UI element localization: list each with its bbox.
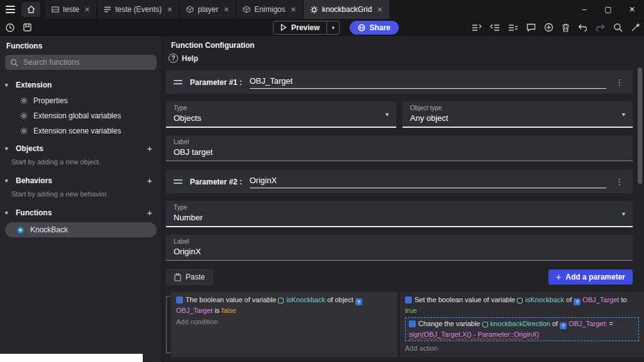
parameter-1-label-input[interactable]: Label OBJ target: [166, 135, 633, 161]
sidebar-item-properties[interactable]: Properties: [0, 93, 162, 108]
hamburger-menu-icon[interactable]: [0, 0, 21, 19]
action-text: of: [550, 320, 560, 327]
objects-panel-icon[interactable]: [472, 23, 482, 32]
add-action-link[interactable]: Add action: [405, 342, 639, 356]
minimize-button[interactable]: –: [572, 0, 596, 19]
condition-row[interactable]: The boolean value of variable isKnockbac…: [176, 295, 392, 316]
trash-icon[interactable]: [562, 23, 570, 32]
parameter-2-type-select[interactable]: Type Number ▾: [166, 201, 633, 227]
parameter-2-name-input[interactable]: OriginX: [250, 175, 606, 188]
gear-icon: [20, 127, 28, 135]
close-tab-icon[interactable]: ✕: [377, 6, 382, 14]
chevron-down-icon: ▾: [386, 111, 389, 118]
drag-handle-icon[interactable]: [174, 179, 182, 184]
add-object-button[interactable]: +: [144, 143, 155, 154]
add-behavior-button[interactable]: +: [144, 175, 155, 186]
parameter-1-title: Parameter #1 :: [190, 78, 242, 87]
action-row[interactable]: Set the boolean value of variable isKnoc…: [405, 295, 639, 316]
chevron-down-icon: ▾: [5, 178, 11, 184]
preview-label: Preview: [291, 23, 319, 32]
section-objects[interactable]: ▾ Objects +: [0, 139, 162, 157]
preview-button[interactable]: Preview ▾: [273, 21, 340, 35]
scene-icon: [52, 6, 59, 13]
chat-icon[interactable]: [526, 23, 536, 32]
object-name: OBJ_Target: [582, 296, 619, 303]
section-functions[interactable]: ▾ Functions +: [0, 203, 162, 222]
expression-text: sign(OBJ_Target.X() - Parameter::OriginX…: [409, 331, 539, 338]
tab-knockbackgrid[interactable]: knockbackGrid ✕: [304, 0, 389, 19]
object-badge-icon: ?: [560, 322, 567, 329]
tab-label: teste (Events): [115, 5, 162, 14]
action-text: of: [564, 296, 574, 303]
add-function-button[interactable]: +: [144, 207, 155, 218]
tab-enimigos[interactable]: Enimigos ✕: [236, 0, 303, 19]
search-icon[interactable]: [613, 23, 623, 32]
add-circle-icon[interactable]: [544, 23, 553, 32]
section-label: Behaviors: [16, 176, 52, 185]
field-label: Label: [174, 139, 625, 145]
maximize-button[interactable]: ▢: [596, 0, 620, 19]
action-text: Change the variable: [418, 320, 482, 327]
parameter-2-label-input[interactable]: Label OriginX: [166, 235, 633, 261]
variable-name: isKnockback: [286, 296, 325, 303]
help-button[interactable]: ? Help: [166, 52, 633, 65]
event-block[interactable]: The boolean value of variable isKnockbac…: [166, 292, 644, 357]
field-label: Object type: [410, 105, 625, 111]
search-functions-input[interactable]: [22, 57, 152, 67]
variable-icon: [482, 322, 488, 327]
tab-teste[interactable]: teste ✕: [45, 0, 96, 19]
sidebar-title: Functions: [0, 36, 162, 55]
action-value: true: [405, 307, 417, 314]
item-label: Extension scene variables: [33, 127, 121, 135]
parameters-config: ? Help Parameter #1 : OBJ_Target ⋮ Type …: [162, 52, 644, 285]
tab-teste-events[interactable]: teste (Events) ✕: [97, 0, 179, 19]
tab-label: teste: [63, 5, 79, 14]
close-tab-icon[interactable]: ✕: [167, 6, 172, 14]
add-parameter-label: Add a parameter: [565, 273, 625, 281]
close-tab-icon[interactable]: ✕: [223, 6, 229, 14]
drag-handle-icon[interactable]: [174, 80, 182, 84]
history-icon[interactable]: [5, 23, 15, 33]
preview-dropdown-button[interactable]: ▾: [326, 21, 339, 34]
add-condition-link[interactable]: Add condition: [176, 316, 392, 329]
redo-icon[interactable]: [596, 24, 605, 31]
item-label: Extension global variables: [33, 111, 121, 120]
object-badge-icon: ?: [355, 298, 362, 305]
section-behaviors[interactable]: ▾ Behaviors +: [0, 171, 162, 189]
sidebar-item-extension-scene-variables[interactable]: Extension scene variables: [0, 123, 162, 139]
properties-panel-icon[interactable]: [490, 23, 500, 32]
close-tab-icon[interactable]: ✕: [84, 6, 90, 14]
instances-panel-icon[interactable]: [508, 23, 518, 32]
parameter-1-type-select[interactable]: Type Objects ▾: [166, 101, 396, 128]
kebab-menu-icon[interactable]: ⋮: [614, 177, 625, 186]
magic-wand-icon[interactable]: [631, 23, 640, 32]
parameter-1-object-type-select[interactable]: Object type Any object ▾: [402, 101, 633, 128]
share-button[interactable]: Share: [350, 21, 398, 35]
kebab-menu-icon[interactable]: ⋮: [614, 77, 625, 87]
add-parameter-button[interactable]: + Add a parameter: [548, 269, 633, 285]
sidebar-item-extension-global-variables[interactable]: Extension global variables: [0, 108, 162, 123]
project-manager-icon[interactable]: [23, 23, 32, 32]
item-label: Properties: [33, 96, 68, 105]
close-window-button[interactable]: ✕: [620, 0, 644, 19]
title-bar: teste ✕ teste (Events) ✕ player ✕ Enimig…: [0, 0, 644, 19]
clipboard-icon: [174, 273, 181, 281]
paste-button[interactable]: Paste: [166, 269, 213, 285]
parameter-2-header: Parameter #2 : OriginX ⋮: [166, 170, 633, 193]
parameter-1-name-input[interactable]: OBJ_Target: [250, 76, 606, 89]
sidebar-item-knockback[interactable]: KnockBack: [5, 222, 157, 237]
tab-player[interactable]: player ✕: [180, 0, 235, 19]
field-label: Type: [174, 204, 625, 211]
actions-column[interactable]: Set the boolean value of variable isKnoc…: [400, 292, 644, 357]
home-button[interactable]: [21, 2, 40, 17]
search-functions-box[interactable]: [5, 55, 157, 70]
action-row-selected[interactable]: Change the variable knockbackDirection o…: [405, 317, 639, 341]
vertical-scrollbar[interactable]: [638, 67, 642, 184]
conditions-column[interactable]: The boolean value of variable isKnockbac…: [171, 292, 397, 357]
undo-icon[interactable]: [578, 24, 587, 31]
share-label: Share: [369, 23, 390, 32]
object-name: OBJ_Target: [176, 307, 213, 314]
close-tab-icon[interactable]: ✕: [291, 6, 296, 14]
section-extension[interactable]: ▾ Extension: [0, 76, 162, 93]
condition-text: The boolean value of variable: [186, 296, 278, 303]
